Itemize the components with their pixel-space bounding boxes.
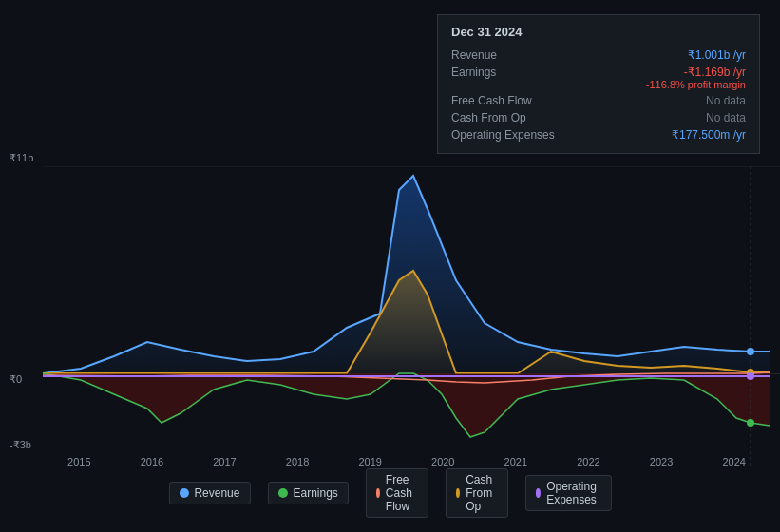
tooltip-row-label: Operating Expenses bbox=[451, 128, 556, 142]
x-axis-label: 2022 bbox=[552, 456, 625, 467]
x-axis-label: 2018 bbox=[261, 456, 334, 467]
chart-container: Dec 31 2024 Revenue₹1.001b /yrEarnings-₹… bbox=[0, 0, 780, 532]
legend-label: Revenue bbox=[194, 486, 239, 500]
legend-label: Earnings bbox=[293, 486, 337, 500]
legend-item[interactable]: Earnings bbox=[267, 482, 348, 504]
svg-point-5 bbox=[747, 372, 754, 380]
tooltip-row: Earnings-₹1.169b /yr-116.8% profit margi… bbox=[451, 64, 746, 92]
tooltip-row-value: No data bbox=[706, 111, 746, 124]
tooltip-row-label: Revenue bbox=[451, 48, 556, 62]
tooltip-row-value: ₹177.500m /yr bbox=[672, 128, 746, 142]
x-axis-label: 2016 bbox=[116, 456, 189, 467]
legend-item[interactable]: Cash From Op bbox=[446, 468, 508, 518]
legend-dot bbox=[536, 488, 541, 498]
x-axis-label: 2019 bbox=[333, 456, 407, 467]
tooltip-box: Dec 31 2024 Revenue₹1.001b /yrEarnings-₹… bbox=[437, 14, 760, 154]
x-axis-label: 2021 bbox=[480, 456, 553, 467]
legend-dot bbox=[376, 488, 380, 498]
legend-label: Operating Expenses bbox=[546, 480, 600, 506]
tooltip-row: Revenue₹1.001b /yr bbox=[451, 47, 746, 64]
tooltip-row-value: ₹1.001b /yr bbox=[688, 48, 746, 62]
profit-margin: -116.8% profit margin bbox=[646, 79, 746, 90]
svg-point-1 bbox=[747, 348, 754, 355]
x-axis-label: 2017 bbox=[188, 456, 261, 467]
legend: RevenueEarningsFree Cash FlowCash From O… bbox=[168, 468, 611, 518]
svg-point-2 bbox=[747, 419, 754, 427]
legend-dot bbox=[456, 488, 460, 498]
x-axis-label: 2015 bbox=[43, 456, 116, 467]
legend-dot bbox=[277, 488, 287, 498]
tooltip-row-label: Free Cash Flow bbox=[451, 94, 556, 107]
legend-item[interactable]: Operating Expenses bbox=[525, 475, 612, 511]
legend-label: Free Cash Flow bbox=[386, 473, 418, 513]
x-axis-label: 2020 bbox=[407, 456, 480, 467]
tooltip-row-label: Cash From Op bbox=[451, 111, 556, 124]
legend-dot bbox=[179, 488, 188, 498]
legend-label: Cash From Op bbox=[466, 473, 498, 513]
tooltip-row-value: -₹1.169b /yr bbox=[684, 66, 746, 79]
x-labels: 2015201620172018201920202021202220232024 bbox=[0, 456, 780, 467]
tooltip-title: Dec 31 2024 bbox=[451, 25, 746, 39]
legend-item[interactable]: Free Cash Flow bbox=[366, 468, 428, 518]
tooltip-row: Cash From OpNo data bbox=[451, 109, 746, 126]
tooltip-row-value: No data bbox=[706, 94, 746, 107]
legend-item[interactable]: Revenue bbox=[168, 482, 250, 504]
tooltip-row-label: Earnings bbox=[451, 66, 556, 90]
tooltip-row: Free Cash FlowNo data bbox=[451, 92, 746, 109]
x-axis-label: 2023 bbox=[625, 456, 698, 467]
x-axis-label: 2024 bbox=[697, 456, 770, 467]
tooltip-row: Operating Expenses₹177.500m /yr bbox=[451, 126, 746, 143]
